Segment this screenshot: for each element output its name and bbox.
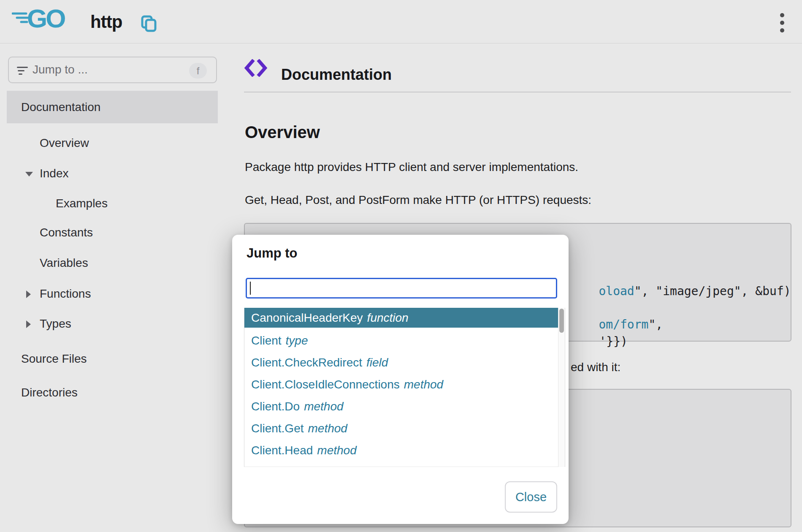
symbol-kind: method [304,400,343,413]
code-line-fragment: '}}) [571,320,628,362]
code-text: '}}) [599,334,627,348]
sidebar-item-types[interactable]: Types [40,317,71,331]
list-item-canonicalheaderkey[interactable]: CanonicalHeaderKey function [244,308,558,328]
sidebar-item-index[interactable]: Index [40,167,69,180]
list-item-client-checkredirect[interactable]: Client.CheckRedirect field [244,352,558,374]
chevron-right-icon [26,290,31,298]
divider [244,92,791,92]
overview-heading: Overview [245,123,320,142]
chevron-right-icon [26,320,31,328]
text-caret [250,282,251,295]
sidebar-search: f [8,57,217,83]
symbol-name: Client.Do [251,400,300,413]
symbol-kind: field [305,466,327,467]
sidebar-item-examples[interactable]: Examples [56,197,108,210]
dialog-title: Jump to [247,246,298,261]
sidebar-item-label: Functions [40,287,91,300]
sidebar-item-overview[interactable]: Overview [40,136,89,150]
symbol-name: Client.CheckRedirect [251,356,362,369]
chevron-down-icon [25,172,33,176]
list-scrollbar [558,308,565,467]
symbol-kind: method [404,378,443,391]
list-item-client-do[interactable]: Client.Do method [244,396,558,418]
code-text: ", [648,318,663,331]
code-url-link[interactable]: oload [599,284,634,298]
jump-to-results-list: CanonicalHeaderKey function Client type … [244,308,558,467]
symbol-kind: method [317,444,356,457]
symbol-name: CanonicalHeaderKey [251,311,363,325]
sidebar-item-label: Types [40,317,71,330]
sidebar-item-source-files[interactable]: Source Files [21,352,87,366]
close-button[interactable]: Close [505,481,557,513]
symbol-kind: function [367,311,409,325]
shortcut-key-badge: f [189,63,207,79]
symbol-name: Client [251,334,282,347]
go-logo-text: GO [27,4,65,32]
page-title: Documentation [281,66,392,84]
list-item-client-head[interactable]: Client.Head method [244,440,558,461]
search-input[interactable] [33,60,189,79]
symbol-kind: type [286,334,308,347]
overview-paragraph-1: Package http provides HTTP client and se… [245,160,578,174]
page: GO http f Documentation Overview Index E… [0,0,802,532]
overflow-menu-icon[interactable] [776,11,788,35]
jump-to-input[interactable] [246,278,557,299]
sidebar-item-constants[interactable]: Constants [40,226,93,239]
sidebar-item-directories[interactable]: Directories [21,386,78,399]
scrollbar-thumb[interactable] [559,309,564,333]
list-item-client-get[interactable]: Client.Get method [244,418,558,440]
symbol-name: Client.CloseIdleConnections [251,378,400,391]
overview-paragraph-2: Get, Head, Post, and PostForm make HTTP … [245,193,591,207]
list-item-client[interactable]: Client type [244,330,558,352]
symbol-kind: method [308,422,347,435]
symbol-name: Client.Get [251,422,304,435]
filter-icon [17,66,28,75]
sidebar-item-functions[interactable]: Functions [40,287,91,301]
jump-to-dialog: Jump to CanonicalHeaderKey function Clie… [232,235,569,524]
symbol-name: Client.Jar [251,466,301,467]
list-item-client-closeidleconnections[interactable]: Client.CloseIdleConnections method [244,374,558,396]
code-brackets-icon[interactable] [244,59,268,77]
sidebar-item-label: Index [40,167,69,180]
copy-icon[interactable] [141,15,157,32]
symbol-name: Client.Head [251,444,313,457]
app-header: GO http [0,0,802,43]
paragraph-tail: ed with it: [571,361,620,374]
code-text: ", "image/jpeg", &buf) [634,284,791,298]
sidebar-item-documentation[interactable]: Documentation [7,91,218,123]
list-item-client-jar[interactable]: Client.Jar field [244,461,558,467]
package-title: http [90,12,122,32]
go-logo[interactable]: GO [12,3,79,32]
symbol-kind: field [366,356,388,369]
sidebar-item-variables[interactable]: Variables [40,256,88,270]
